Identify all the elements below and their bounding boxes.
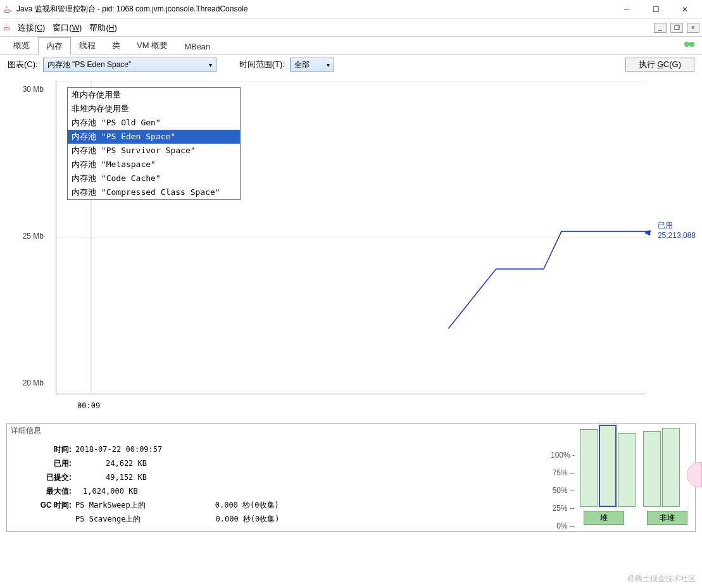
dropdown-option[interactable]: 内存池 "Code Cache" [68,172,240,185]
y-tick: 25 Mb [12,232,44,241]
mdi-minimize[interactable]: _ [654,23,667,33]
tabbar: 概览 内存 线程 类 VM 概要 MBean [0,37,702,54]
chevron-down-icon: ▾ [327,61,330,68]
memory-bar[interactable] [662,428,680,507]
java-icon [3,4,13,15]
window-title: Java 监视和管理控制台 - pid: 1068 com.jvm.jconso… [16,4,612,15]
max-value: 1,024,000 KB [83,484,138,498]
tab-mbean[interactable]: MBean [176,39,218,54]
current-value-label: 已用 25,213,088 [658,220,696,240]
committed-value: 49,152 KB [106,470,147,484]
details-panel: 详细信息 时间:2018-07-22 00:09:57 已用:24,622 KB… [6,423,696,532]
time-label: 时间范围(T): [239,59,285,70]
chart-dropdown[interactable]: 堆内存使用量非堆内存使用量内存池 "PS Old Gen"内存池 "PS Ede… [67,87,241,200]
minimize-button[interactable]: ─ [612,0,641,19]
memory-bars-panel: 100% -- 75% -- 50% -- 25% -- 0% -- 堆 非堆 [548,442,687,526]
committed-label: 已提交: [15,470,72,484]
dropdown-option[interactable]: 内存池 "PS Eden Space" [68,130,240,144]
heap-button[interactable]: 堆 [584,511,624,525]
chart-combo[interactable]: 内存池 "PS Eden Space" ▾ [43,58,216,72]
x-tick: 00:09 [77,401,100,410]
mdi-restore[interactable]: ❐ [670,23,683,33]
memory-bar[interactable] [599,425,617,507]
time-label: 时间: [15,442,72,456]
dropdown-option[interactable]: 内存池 "Compressed Class Space" [68,185,240,199]
tab-vm[interactable]: VM 概要 [128,37,176,54]
svg-rect-2 [687,43,692,46]
mdi-close[interactable]: × [687,23,699,33]
gc-label: GC 时间: [15,498,72,512]
watermark: @稀土掘金技术社区 [627,573,696,584]
dropdown-option[interactable]: 内存池 "Metaspace" [68,158,240,172]
used-value: 24,622 KB [106,456,147,470]
dropdown-option[interactable]: 内存池 "PS Old Gen" [68,116,240,130]
memory-bar[interactable] [618,433,636,507]
chart-toolbar: 图表(C): 内存池 "PS Eden Space" ▾ 时间范围(T): 全部… [0,54,702,75]
chevron-down-icon: ▾ [209,61,212,68]
chart-label: 图表(C): [8,59,38,70]
dropdown-option[interactable]: 内存池 "PS Survivor Space" [68,144,240,158]
memory-bar[interactable] [580,429,598,508]
info-table: 时间:2018-07-22 00:09:57 已用:24,622 KB 已提交:… [15,442,548,526]
time-combo[interactable]: 全部 ▾ [290,58,334,72]
tab-classes[interactable]: 类 [104,37,128,54]
dropdown-option[interactable]: 堆内存使用量 [68,88,240,102]
y-tick: 20 Mb [12,378,44,387]
y-tick: 30 Mb [12,85,44,94]
tab-threads[interactable]: 线程 [71,37,104,54]
maximize-button[interactable]: ☐ [641,0,670,19]
time-combo-value: 全部 [294,59,310,70]
nonheap-bars[interactable] [643,445,680,507]
gc1-value: 0.000 秒(0收集) [215,498,279,512]
java-icon [3,23,13,33]
menu-window[interactable]: 窗口(W) [53,22,82,34]
menu-help[interactable]: 帮助(H) [89,22,116,34]
menu-connect[interactable]: 连接(C) [18,22,45,34]
connection-status-icon [683,39,696,49]
gc1-name: PS MarkSweep上的 [75,498,146,512]
chart-combo-value: 内存池 "PS Eden Space" [47,59,132,70]
close-button[interactable]: ✕ [670,0,699,19]
dropdown-option[interactable]: 非堆内存使用量 [68,102,240,116]
nonheap-button[interactable]: 非堆 [647,511,687,525]
menubar: 连接(C) 窗口(W) 帮助(H) _ ❐ × [0,19,702,37]
time-value: 2018-07-22 00:09:57 [75,442,162,456]
gc2-name: PS Scavenge上的 [75,512,141,526]
heap-bars[interactable] [580,445,636,507]
tab-overview[interactable]: 概览 [5,37,38,54]
current-marker-icon: ◀ [644,228,650,237]
used-label: 已用: [15,456,72,470]
memory-bar[interactable] [643,431,661,507]
max-label: 最大值: [15,484,72,498]
gc-button[interactable]: 执行 GC(G) [625,58,694,72]
titlebar: Java 监视和管理控制台 - pid: 1068 com.jvm.jconso… [0,0,702,19]
tab-memory[interactable]: 内存 [38,37,71,54]
gc2-value: 0.000 秒(0收集) [215,512,279,526]
